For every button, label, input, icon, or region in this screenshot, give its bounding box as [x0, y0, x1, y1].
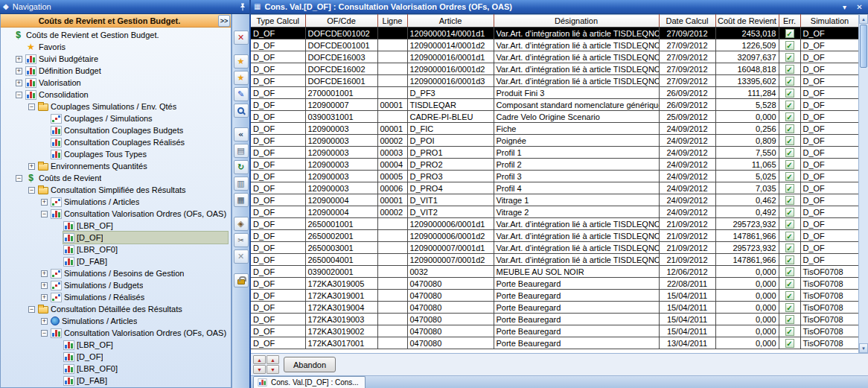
tree-item-couplages-tous-types[interactable]: Couplages Tous Types	[1, 148, 231, 160]
toolbar-hand-button[interactable]: ◈	[234, 217, 249, 231]
record-nav-first-button[interactable]: ▲	[253, 355, 266, 364]
table-row[interactable]: D_OF03900200010032MEUBLE AU SOL NOIR12/0…	[251, 266, 858, 278]
tab-cons-val-d-of[interactable]: Cons. Val.[D_OF] : Cons...	[253, 376, 366, 388]
tree-item-lbr-of[interactable]: [LBR_OF]	[1, 220, 231, 232]
tree-expander-minus-icon[interactable]: −	[16, 175, 22, 182]
panel-header-chevron-button[interactable]: >>	[218, 15, 230, 27]
tree-expander-minus-icon[interactable]: −	[16, 92, 22, 98]
tree-item-suivi-budg-taire[interactable]: +Suivi Budgétaire	[1, 53, 231, 65]
tree-item-lbr-of[interactable]: [LBR_OF]	[1, 339, 231, 351]
tree-expander-minus-icon[interactable]: −	[41, 211, 48, 217]
tree-item-consultation-simplifi-e-des-r-sultats[interactable]: −Consultation Simplifiée des Résultats	[1, 184, 231, 196]
table-row[interactable]: D_OF172KA30190010470080Porte Beauregard1…	[251, 290, 858, 302]
tree-item-valorisation[interactable]: +Valorisation	[1, 77, 231, 89]
table-row[interactable]: D_OF172KA30190050470080Porte Beauregard2…	[251, 278, 858, 290]
record-nav-prev-button[interactable]: ▲	[267, 355, 279, 364]
tree-item-favoris[interactable]: ★Favoris	[1, 41, 231, 53]
tree-expander-plus-icon[interactable]: +	[41, 294, 48, 301]
column-header-article[interactable]: Article	[407, 15, 494, 28]
abandon-button[interactable]: Abandon	[284, 357, 336, 372]
tree-item-simulations-budgets[interactable]: +Simulations / Budgets	[1, 279, 231, 291]
column-header-co-t-de-revient[interactable]: Coût de Revient	[715, 15, 779, 28]
tree-item-simulations-articles[interactable]: +Simulations / Articles	[1, 315, 231, 327]
table-row[interactable]: D_OF12090000700001TISDLEQARComposant sta…	[251, 99, 858, 111]
table-row[interactable]: D_OFDOFCDE0010021209000014/0001d1Var.Art…	[251, 28, 858, 39]
tree-expander-minus-icon[interactable]: −	[28, 187, 35, 194]
tree-item-consultation-valorisation-ordres-ofs-oas[interactable]: −Consultation Valorisation Ordres (OFs, …	[1, 327, 231, 339]
tree-item-simulations-r-alis-s[interactable]: +Simulations / Réalisés	[1, 291, 231, 303]
tree-item-consultation-couplages-budgets[interactable]: Consultation Couplages Budgets	[1, 124, 231, 136]
tree-expander-minus-icon[interactable]: −	[28, 306, 35, 313]
toolbar-clear-button[interactable]: ✕	[234, 249, 249, 264]
table-row[interactable]: D_OF12090000400002D_VIT2Vitrage 224/09/2…	[251, 206, 858, 218]
tree-item-co-ts-de-revient-et-gestion-budget[interactable]: $Coûts de Revient et Gestion Budget.	[1, 29, 231, 41]
tree-item-couplages-simulations[interactable]: Couplages / Simulations	[1, 112, 231, 124]
tree-expander-plus-icon[interactable]: +	[16, 80, 22, 86]
scroll-up-button[interactable]: ▲	[859, 14, 868, 24]
toolbar-refresh-button[interactable]: ↻	[234, 160, 249, 174]
tree-item-consultation-couplages-r-alis-s[interactable]: Consultation Couplages Réalisés	[1, 136, 231, 148]
tree-expander-minus-icon[interactable]: −	[41, 330, 48, 337]
table-row[interactable]: D_OFDOFCDE160021209000016/0001d2Var.Art.…	[251, 63, 858, 75]
toolbar-lock-button[interactable]	[234, 273, 249, 287]
tree-item-environnements-quantit-s[interactable]: +Environnements Quantités	[1, 160, 231, 172]
table-row[interactable]: D_OF172KA30190030470080Porte Beauregard1…	[251, 314, 858, 325]
toolbar-tools-button[interactable]: ✂	[234, 233, 249, 247]
scroll-down-button[interactable]: ▼	[859, 343, 868, 353]
column-header-simulation[interactable]: Simulation	[800, 15, 858, 28]
table-row[interactable]: D_OFDOFCDE160011209000016/0001d3Var.Art.…	[251, 75, 858, 87]
tree-item-simulations-articles[interactable]: +Simulations / Articles	[1, 196, 231, 208]
column-header-ligne[interactable]: Ligne	[377, 15, 407, 28]
table-row[interactable]: D_OF12090000300001D_FICFiche24/09/20120,…	[251, 123, 858, 135]
toolbar-print-button[interactable]: ▦	[234, 193, 249, 207]
toolbar-paste-button[interactable]: ▤	[234, 144, 249, 158]
table-row[interactable]: D_OF26500040011209000007/0001d2Var.Art. …	[251, 254, 858, 266]
tree-item-lbr-of0[interactable]: [LBR_OF0]	[1, 363, 231, 375]
scrollbar-track[interactable]	[859, 69, 868, 343]
tree-expander-plus-icon[interactable]: +	[41, 270, 48, 277]
toolbar-edit-button[interactable]: ✎	[234, 87, 249, 101]
tree-expander-minus-icon[interactable]: −	[28, 104, 35, 110]
tree-expander-plus-icon[interactable]: +	[16, 68, 22, 74]
record-nav-last-button[interactable]: ▼	[267, 365, 279, 374]
tree-item-d-finition-budget[interactable]: +Définition Budget	[1, 65, 231, 77]
table-row[interactable]: D_OF12090000300005D_PRO3Profil 324/09/20…	[251, 171, 858, 182]
tree-item-d-fab[interactable]: [D_FAB]	[1, 255, 231, 267]
column-header-d-signation[interactable]: Désignation	[494, 15, 659, 28]
table-row[interactable]: D_OF12090000300003D_PRO1Profil 124/09/20…	[251, 147, 858, 159]
tree-item-co-ts-de-revient[interactable]: −$Coûts de Revient	[1, 172, 231, 184]
table-row[interactable]: D_OF172KA30190040470080Porte Beauregard1…	[251, 302, 858, 314]
tree-item-lbr-of0[interactable]: [LBR_OF0]	[1, 244, 231, 255]
tree-item-consultation-valorisation-ordres-ofs-oas[interactable]: −Consultation Valorisation Ordres (OFs, …	[1, 208, 231, 220]
tree-expander-plus-icon[interactable]: +	[41, 282, 48, 289]
tree-expander-plus-icon[interactable]: +	[16, 56, 22, 63]
tree-expander-plus-icon[interactable]: +	[28, 163, 35, 170]
table-row[interactable]: D_OF2700001001D_PF3Produit Fini 326/09/2…	[251, 87, 858, 99]
toolbar-close-button[interactable]: ✕	[234, 31, 249, 45]
column-header-of-cde[interactable]: OF/Cde	[305, 15, 377, 28]
table-row[interactable]: D_OF12090000300002D_POIPoignée24/09/2012…	[251, 135, 858, 147]
table-row[interactable]: D_OFDOFCDE0010011209000014/0001d2Var.Art…	[251, 39, 858, 51]
table-row[interactable]: D_OF26500030011209000007/0001d1Var.Art. …	[251, 242, 858, 254]
tree-item-consultation-d-taill-e-des-r-sultats[interactable]: −Consultation Détaillée des Résultats	[1, 303, 231, 315]
tree-item-d-fab[interactable]: [D_FAB]	[1, 375, 231, 387]
column-header-date-calcul[interactable]: Date Calcul	[659, 15, 715, 28]
toolbar-star-add-button[interactable]: ★	[234, 54, 249, 69]
table-row[interactable]: D_OFDOFCDE160031209000016/0001d1Var.Art.…	[251, 51, 858, 63]
table-row[interactable]: D_OF26500010011209000006/0001d1Var.Art. …	[251, 218, 858, 230]
table-row[interactable]: D_OF172KA30190020470080Porte Beauregard1…	[251, 325, 858, 337]
vertical-scrollbar[interactable]: ▲ ▼	[858, 14, 868, 353]
toolbar-copy-button[interactable]: ▥	[234, 176, 249, 191]
record-nav-next-button[interactable]: ▼	[253, 365, 266, 374]
table-row[interactable]: D_OF12090000300004D_PRO2Profil 224/09/20…	[251, 159, 858, 171]
pin-icon[interactable]	[239, 3, 246, 11]
table-row[interactable]: D_OF172KA30170010470080Porte Beauregard1…	[251, 337, 858, 349]
tree-item-simulations-besoins-de-gestion[interactable]: +Simulations / Besoins de Gestion	[1, 267, 231, 279]
toolbar-collapse-button[interactable]: «	[234, 127, 249, 141]
window-close-button[interactable]: ✕	[854, 3, 865, 11]
table-row[interactable]: D_OF0390031001CADRE-PI-BLEUCadre Velo Or…	[251, 111, 858, 123]
toolbar-search-button[interactable]	[234, 104, 249, 118]
tree-expander-plus-icon[interactable]: +	[41, 199, 48, 206]
table-row[interactable]: D_OF26500020011209000006/0001d2Var.Art. …	[251, 230, 858, 242]
tree-item-consolidation[interactable]: −Consolidation	[1, 89, 231, 101]
